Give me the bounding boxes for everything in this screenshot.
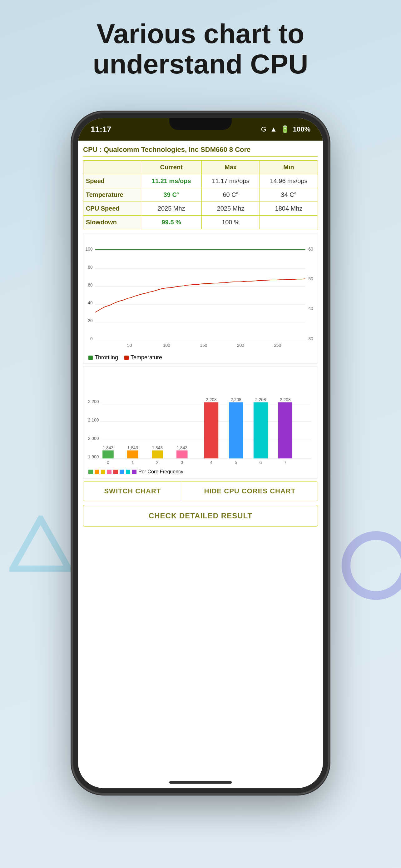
svg-text:40: 40 (308, 306, 313, 311)
legend-temperature-label: Temperature (131, 354, 162, 361)
hero-title: Various chart to understand CPU (0, 19, 401, 80)
svg-text:2,000: 2,000 (88, 436, 99, 441)
status-bar: 11:17 G ▲ 🔋 100% (78, 118, 323, 141)
svg-text:50: 50 (127, 343, 132, 348)
svg-text:2,208: 2,208 (231, 397, 241, 402)
bar-chart-svg: 1,900 2,000 2,100 2,200 0 1 2 3 4 5 (83, 369, 318, 468)
battery-text: 100% (293, 125, 310, 133)
col-header-empty (83, 161, 141, 174)
hide-cpu-cores-button[interactable]: HIDE CPU CORES CHART (182, 482, 318, 501)
svg-text:2,100: 2,100 (88, 417, 99, 423)
row-speed-current: 11.21 ms/ops (141, 174, 202, 188)
bar-chart-legend: Per Core Frequency (83, 468, 318, 477)
row-speed-max: 11.17 ms/ops (201, 174, 260, 188)
svg-text:3: 3 (181, 460, 183, 465)
bg-triangle-decoration (9, 516, 72, 572)
svg-text:1,843: 1,843 (177, 445, 188, 450)
bar-legend-3 (107, 470, 111, 474)
bar-legend-4 (113, 470, 118, 474)
svg-text:0: 0 (107, 460, 109, 465)
svg-text:40: 40 (88, 300, 93, 305)
svg-text:1,843: 1,843 (152, 445, 163, 450)
svg-text:60: 60 (88, 282, 93, 287)
bar-legend-label: Per Core Frequency (138, 469, 183, 475)
row-speed-min: 14.96 ms/ops (260, 174, 318, 188)
row-slowdown-max: 100 % (201, 216, 260, 229)
svg-text:5: 5 (235, 460, 237, 465)
svg-rect-44 (176, 451, 188, 459)
svg-text:200: 200 (237, 343, 244, 348)
svg-text:2,208: 2,208 (280, 397, 291, 402)
row-label-slowdown: Slowdown (83, 216, 141, 229)
svg-rect-42 (152, 451, 163, 459)
svg-text:1,843: 1,843 (127, 445, 138, 450)
svg-text:100: 100 (86, 247, 93, 251)
legend-throttling: Throttling (89, 354, 118, 361)
status-time: 11:17 (91, 125, 111, 134)
bar-legend-6 (126, 470, 130, 474)
row-slowdown-min (260, 216, 318, 229)
row-temp-current: 39 C° (141, 188, 202, 202)
col-header-current: Current (141, 161, 202, 174)
svg-text:80: 80 (88, 265, 93, 270)
svg-rect-46 (204, 402, 218, 459)
switch-chart-button[interactable]: SWITCH CHART (83, 482, 182, 501)
svg-text:0: 0 (90, 336, 93, 341)
svg-text:4: 4 (210, 460, 213, 465)
bar-legend-5 (120, 470, 124, 474)
svg-marker-0 (12, 519, 69, 569)
stats-table: Current Max Min Speed 11.21 ms/ops 11.17… (83, 160, 318, 229)
row-cpuspeed-max: 2025 Mhz (201, 202, 260, 216)
svg-text:2,208: 2,208 (206, 397, 217, 402)
bg-circle-decoration (342, 531, 401, 600)
line-chart-svg: 0 20 40 60 80 100 30 40 50 60 50 100 150… (83, 236, 318, 353)
svg-rect-50 (254, 402, 268, 459)
wifi-icon: ▲ (270, 125, 277, 133)
check-detailed-result-button[interactable]: CHECK DETAILED RESULT (83, 505, 318, 527)
bar-legend-0 (89, 470, 93, 474)
table-row: Temperature 39 C° 60 C° 34 C° (83, 188, 318, 202)
row-cpuspeed-current: 2025 Mhz (141, 202, 202, 216)
battery-icon: 🔋 (281, 125, 289, 133)
action-buttons-row: SWITCH CHART HIDE CPU CORES CHART (83, 481, 318, 501)
svg-text:7: 7 (284, 460, 287, 465)
legend-throttling-dot (89, 355, 93, 360)
svg-text:2,200: 2,200 (88, 399, 99, 404)
svg-rect-38 (102, 451, 114, 459)
svg-text:1,843: 1,843 (103, 445, 114, 450)
svg-text:6: 6 (260, 460, 262, 465)
svg-text:150: 150 (200, 343, 207, 348)
home-indicator (169, 781, 232, 784)
app-content: CPU : Qualcomm Technologies, Inc SDM660 … (78, 141, 323, 788)
legend-throttling-label: Throttling (95, 354, 118, 361)
phone-screen: 11:17 G ▲ 🔋 100% CPU : Qualcomm Technolo… (78, 118, 323, 788)
status-icons: G ▲ 🔋 100% (261, 125, 310, 133)
legend-temperature-dot (124, 355, 129, 360)
notch (169, 118, 232, 130)
bar-legend-7 (132, 470, 136, 474)
row-temp-max: 60 C° (201, 188, 260, 202)
svg-text:1,900: 1,900 (88, 454, 99, 459)
carrier-icon: G (261, 125, 266, 133)
row-label-speed: Speed (83, 174, 141, 188)
row-temp-min: 34 C° (260, 188, 318, 202)
cpu-title: CPU : Qualcomm Technologies, Inc SDM660 … (83, 146, 318, 157)
phone-frame: 11:17 G ▲ 🔋 100% CPU : Qualcomm Technolo… (72, 113, 329, 794)
bar-legend-1 (95, 470, 99, 474)
svg-rect-48 (229, 402, 243, 459)
table-row: Slowdown 99.5 % 100 % (83, 216, 318, 229)
bar-chart-container: 1,900 2,000 2,100 2,200 0 1 2 3 4 5 (83, 366, 318, 479)
svg-text:50: 50 (308, 276, 313, 281)
svg-text:1: 1 (132, 460, 134, 465)
row-label-temp: Temperature (83, 188, 141, 202)
svg-text:20: 20 (88, 318, 93, 323)
col-header-min: Min (260, 161, 318, 174)
svg-rect-40 (127, 451, 138, 459)
svg-text:250: 250 (274, 343, 281, 348)
row-slowdown-current: 99.5 % (141, 216, 202, 229)
svg-text:2,208: 2,208 (255, 397, 266, 402)
svg-text:2: 2 (156, 460, 159, 465)
svg-text:100: 100 (163, 343, 170, 348)
svg-text:60: 60 (308, 247, 313, 251)
table-row: CPU Speed 2025 Mhz 2025 Mhz 1804 Mhz (83, 202, 318, 216)
